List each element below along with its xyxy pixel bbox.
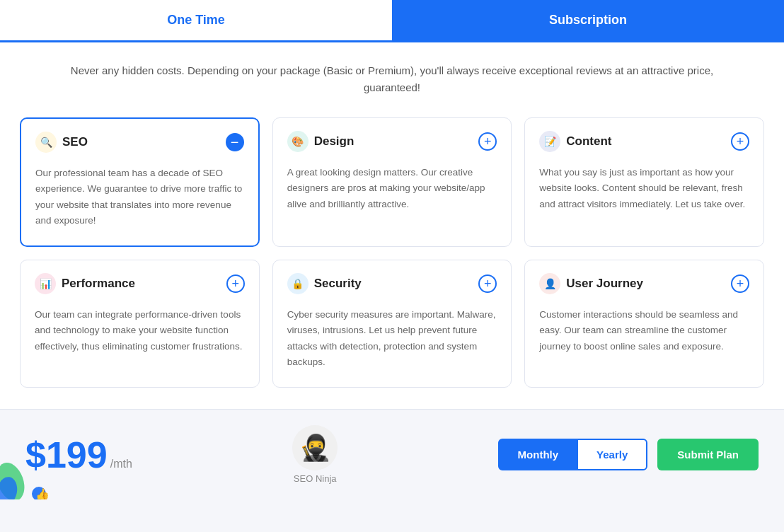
price-section: $199 /mth [25, 436, 132, 473]
mascot-section: 🥷 SEO Ninja [292, 425, 338, 484]
card-icon-content: 📝 [539, 131, 560, 152]
yearly-button[interactable]: Yearly [577, 439, 647, 470]
price-period: /mth [110, 458, 132, 470]
monthly-button[interactable]: Monthly [498, 439, 579, 470]
card-title-content: Content [566, 134, 611, 149]
card-header-security: 🔒 Security + [287, 273, 497, 294]
tabs-header: One Time Subscription [0, 0, 784, 42]
card-desc-content: What you say is just as important as how… [539, 165, 749, 212]
footer-bar: 👍 $199 /mth 🥷 SEO Ninja Monthly Yearly S… [0, 409, 784, 499]
svg-text:👍: 👍 [35, 487, 50, 499]
card-header-seo: 🔍 SEO − [35, 132, 244, 153]
card-title-wrap-design: 🎨 Design [287, 131, 354, 152]
card-desc-performance: Our team can integrate performance-drive… [35, 307, 245, 354]
cards-grid: 🔍 SEO − Our professional team has a deca… [20, 117, 764, 388]
card-icon-seo: 🔍 [35, 132, 57, 153]
card-desc-seo: Our professional team has a decade of SE… [35, 166, 244, 229]
submit-plan-button[interactable]: Submit Plan [657, 439, 759, 470]
subtitle-text: Never any hidden costs. Depending on you… [42, 62, 742, 96]
card-title-wrap-user-journey: 👤 User Journey [539, 273, 643, 294]
mascot-label: SEO Ninja [294, 473, 337, 484]
card-desc-user-journey: Customer interactions should be seamless… [539, 307, 749, 354]
card-title-wrap-content: 📝 Content [539, 131, 611, 152]
card-desc-security: Cyber security measures are important. M… [287, 307, 497, 370]
card-header-performance: 📊 Performance + [35, 273, 245, 294]
svg-point-1 [0, 475, 19, 499]
card-title-wrap-performance: 📊 Performance [35, 273, 135, 294]
card-security: 🔒 Security + Cyber security measures are… [272, 260, 512, 388]
card-performance: 📊 Performance + Our team can integrate p… [20, 260, 260, 388]
subtitle-section: Never any hidden costs. Depending on you… [0, 42, 784, 110]
card-title-design: Design [314, 134, 354, 149]
card-toggle-design[interactable]: + [478, 132, 497, 151]
card-icon-performance: 📊 [35, 273, 56, 294]
card-toggle-performance[interactable]: + [226, 274, 245, 293]
card-title-wrap-seo: 🔍 SEO [35, 132, 88, 153]
card-title-user-journey: User Journey [566, 277, 643, 291]
card-toggle-security[interactable]: + [478, 274, 497, 293]
mascot-avatar: 🥷 [292, 425, 338, 470]
card-toggle-seo[interactable]: − [226, 133, 244, 151]
card-desc-design: A great looking design matters. Our crea… [287, 165, 497, 212]
card-toggle-content[interactable]: + [731, 132, 749, 151]
card-title-performance: Performance [62, 277, 135, 291]
tab-one-time[interactable]: One Time [0, 0, 392, 40]
cards-section: 🔍 SEO − Our professional team has a deca… [0, 110, 784, 409]
tab-subscription[interactable]: Subscription [392, 0, 784, 40]
card-icon-security: 🔒 [287, 273, 309, 294]
card-header-user-journey: 👤 User Journey + [539, 273, 749, 294]
card-toggle-user-journey[interactable]: + [731, 274, 749, 293]
card-title-wrap-security: 🔒 Security [287, 273, 362, 294]
card-seo: 🔍 SEO − Our professional team has a deca… [20, 117, 260, 247]
card-content: 📝 Content + What you say is just as impo… [524, 117, 764, 247]
billing-section: Monthly Yearly Submit Plan [498, 439, 759, 470]
price-amount: $199 [25, 436, 108, 473]
card-icon-user-journey: 👤 [539, 273, 560, 294]
card-design: 🎨 Design + A great looking design matter… [272, 117, 512, 247]
svg-point-2 [32, 487, 46, 499]
card-header-design: 🎨 Design + [287, 131, 497, 152]
card-header-content: 📝 Content + [539, 131, 749, 152]
card-title-security: Security [314, 277, 362, 291]
card-user-journey: 👤 User Journey + Customer interactions s… [524, 260, 764, 388]
card-title-seo: SEO [62, 135, 88, 149]
card-icon-design: 🎨 [287, 131, 309, 152]
